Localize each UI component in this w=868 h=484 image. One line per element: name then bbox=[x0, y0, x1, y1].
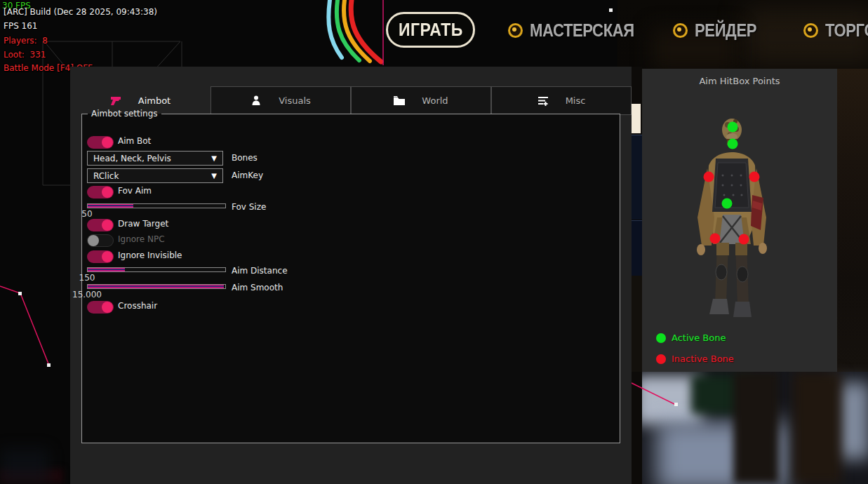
crosshair-row: Crosshair bbox=[87, 300, 114, 315]
draw-target-toggle[interactable] bbox=[87, 219, 114, 231]
pistol-icon bbox=[110, 95, 121, 107]
aimkey-select[interactable]: RClick ▼ bbox=[87, 168, 223, 183]
folder-icon bbox=[394, 95, 405, 107]
crosshair-label: Crosshair bbox=[118, 301, 157, 311]
inactive-bone-dot-icon bbox=[656, 354, 666, 364]
esp-dot bbox=[674, 403, 678, 406]
aim-bot-toggle[interactable] bbox=[87, 136, 114, 149]
toggle-knob bbox=[88, 235, 99, 246]
esp-dot bbox=[609, 8, 613, 12]
toggle-knob bbox=[102, 220, 113, 231]
play-button-label: ИГРАТЬ bbox=[399, 20, 463, 40]
hitbox-dot-neck bbox=[728, 139, 738, 149]
background-blob bbox=[0, 469, 63, 484]
toggle-knob bbox=[102, 302, 113, 313]
aim-distance-slider[interactable] bbox=[87, 267, 226, 272]
ignore-npc-row: Ignore NPC bbox=[87, 233, 114, 248]
toggle-knob bbox=[102, 251, 113, 262]
slider-fill bbox=[88, 285, 224, 288]
bones-label: Bones bbox=[232, 153, 258, 163]
tab-label: Aimbot bbox=[138, 95, 171, 106]
playlist-add-icon bbox=[538, 95, 549, 107]
hitbox-dot-right-shoulder bbox=[749, 172, 760, 182]
fov-size-slider[interactable] bbox=[87, 203, 226, 208]
ignore-npc-toggle[interactable] bbox=[87, 234, 114, 247]
aim-distance-label: Aim Distance bbox=[232, 266, 288, 276]
group-title: Aimbot settings bbox=[88, 109, 161, 119]
aimkey-select-value: RClick bbox=[93, 171, 211, 181]
hitbox-dot-head bbox=[728, 122, 738, 133]
background-blob bbox=[656, 421, 789, 484]
ignore-invisible-row: Ignore Invisible bbox=[87, 249, 114, 264]
aim-bot-label: Aim Bot bbox=[118, 136, 151, 146]
aim-smooth-label: Aim Smooth bbox=[232, 283, 283, 293]
tab-label: World bbox=[422, 95, 448, 106]
nav-item-label: ТОРГО bbox=[825, 20, 868, 41]
background-gap-strip bbox=[632, 67, 642, 484]
tab-label: Visuals bbox=[279, 95, 311, 106]
nav-item-trade[interactable]: ТОРГО bbox=[803, 20, 868, 41]
bones-select-value: Head, Neck, Pelvis bbox=[93, 154, 211, 163]
background-blob bbox=[832, 382, 868, 459]
play-button[interactable]: ИГРАТЬ bbox=[386, 12, 475, 48]
legend-label: Inactive Bone bbox=[672, 354, 734, 364]
fov-aim-label: Fov Aim bbox=[118, 186, 152, 196]
aimbot-settings-group: Aimbot settings Aim Bot Head, Neck, Pelv… bbox=[81, 109, 620, 443]
aim-hitbox-panel: Aim HitBox Points bbox=[642, 69, 837, 372]
build-text: [ARC] Build (Dec 28 2025, 09:43:38) bbox=[4, 7, 157, 17]
players-count-text: Players: 8 bbox=[4, 36, 48, 46]
fov-aim-toggle[interactable] bbox=[87, 186, 114, 199]
background-blob bbox=[733, 372, 779, 484]
aim-smooth-slider[interactable] bbox=[87, 284, 226, 289]
slider-fill bbox=[88, 204, 133, 208]
bones-select[interactable]: Head, Neck, Pelvis ▼ bbox=[87, 151, 223, 166]
background-bottomright bbox=[632, 372, 868, 484]
ignore-npc-label: Ignore NPC bbox=[118, 234, 165, 244]
toggle-knob bbox=[102, 137, 113, 148]
background-wall bbox=[632, 276, 642, 372]
background-blob bbox=[793, 372, 842, 484]
background-blob bbox=[691, 375, 751, 414]
ignore-invisible-toggle[interactable] bbox=[87, 250, 114, 263]
coin-icon bbox=[508, 23, 523, 38]
tab-label: Misc bbox=[566, 95, 586, 106]
background-window bbox=[632, 104, 641, 133]
ignore-invisible-label: Ignore Invisible bbox=[118, 250, 182, 260]
game-screen: 30 FPS [ARC] Build (Dec 28 2025, 09:43:3… bbox=[0, 0, 868, 484]
nav-item-label: МАСТЕРСКАЯ bbox=[530, 20, 634, 41]
loot-count-text: Loot: 331 bbox=[4, 50, 46, 60]
legend-inactive-bone: Inactive Bone bbox=[656, 354, 734, 364]
nav-item-label: РЕЙДЕР bbox=[695, 20, 756, 41]
background-wall bbox=[632, 135, 642, 220]
chevron-down-icon: ▼ bbox=[211, 154, 217, 162]
active-bone-dot-icon bbox=[656, 333, 666, 343]
hitbox-dot-pelvis bbox=[722, 199, 733, 209]
fps-counter-text: FPS 161 bbox=[4, 21, 37, 31]
fov-aim-row: Fov Aim bbox=[87, 184, 114, 200]
nav-item-raider[interactable]: РЕЙДЕР bbox=[673, 20, 768, 41]
person-icon bbox=[251, 95, 262, 107]
background-wall bbox=[632, 220, 642, 276]
esp-dot bbox=[47, 363, 51, 367]
background-right-column bbox=[837, 69, 868, 372]
hitbox-panel-title: Aim HitBox Points bbox=[642, 76, 837, 86]
background-blob bbox=[0, 449, 49, 484]
legend-label: Active Bone bbox=[672, 332, 726, 343]
hitbox-dot-left-hip bbox=[710, 234, 721, 244]
draw-target-row: Draw Target bbox=[87, 217, 114, 233]
hitbox-dot-right-hip bbox=[739, 234, 749, 245]
aim-smooth-value: 15.000 bbox=[72, 290, 102, 300]
crosshair-toggle[interactable] bbox=[87, 301, 114, 314]
cheat-menu-panel: Aimbot Visuals World Misc bbox=[70, 67, 632, 484]
aim-distance-value: 150 bbox=[79, 273, 95, 283]
fov-size-label: Fov Size bbox=[232, 202, 266, 212]
nav-item-workshop[interactable]: МАСТЕРСКАЯ bbox=[508, 20, 653, 41]
coin-icon bbox=[673, 23, 688, 38]
aim-bot-row: Aim Bot bbox=[87, 135, 114, 150]
esp-dot bbox=[18, 292, 22, 295]
toggle-knob bbox=[102, 187, 113, 198]
coin-icon bbox=[803, 23, 818, 38]
aimkey-label: AimKey bbox=[232, 170, 263, 180]
slider-fill bbox=[88, 268, 125, 271]
legend-active-bone: Active Bone bbox=[656, 332, 726, 343]
